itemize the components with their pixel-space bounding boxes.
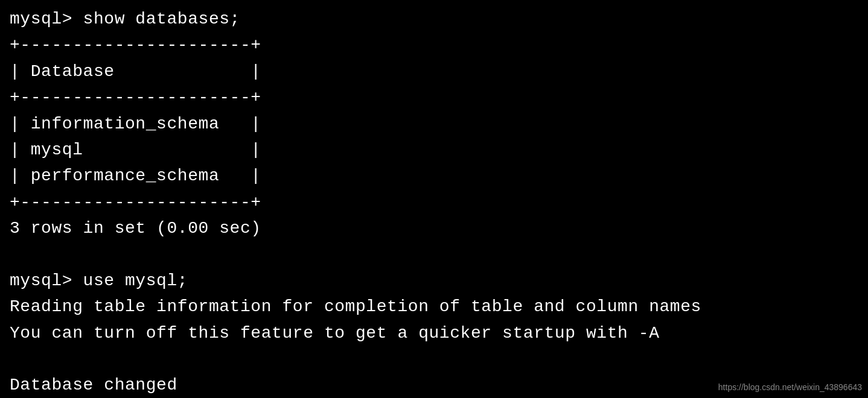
line-10	[10, 242, 858, 268]
line-8: +----------------------+	[10, 189, 858, 215]
line-11: mysql> use mysql;	[10, 268, 858, 294]
line-14	[10, 346, 858, 372]
line-6: | mysql |	[10, 137, 858, 163]
line-12: Reading table information for completion…	[10, 294, 858, 320]
terminal-output: mysql> show databases; +----------------…	[10, 6, 858, 398]
line-3: | Database |	[10, 58, 858, 84]
line-1: mysql> show databases;	[10, 6, 858, 32]
line-7: | performance_schema |	[10, 163, 858, 189]
line-2: +----------------------+	[10, 32, 858, 58]
line-4: +----------------------+	[10, 84, 858, 110]
terminal-window[interactable]: mysql> show databases; +----------------…	[0, 0, 868, 398]
line-9: 3 rows in set (0.00 sec)	[10, 215, 858, 241]
line-13: You can turn off this feature to get a q…	[10, 320, 858, 346]
watermark: https://blog.csdn.net/weixin_43896643	[718, 382, 862, 392]
line-5: | information_schema |	[10, 111, 858, 137]
